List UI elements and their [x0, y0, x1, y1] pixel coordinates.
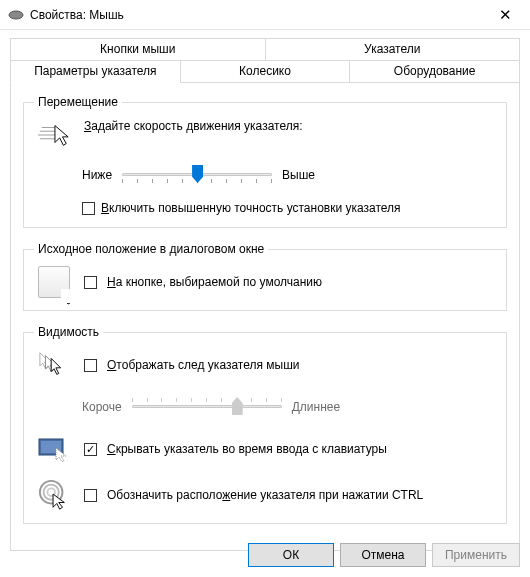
- speed-fast-label: Выше: [282, 168, 315, 182]
- trails-checkbox[interactable]: [84, 359, 97, 372]
- pointer-speed-slider[interactable]: [122, 163, 272, 187]
- enhance-precision-label: Включить повышенную точность установки у…: [101, 201, 401, 215]
- tab-pointer-options[interactable]: Параметры указателя: [10, 60, 181, 83]
- trails-short-label: Короче: [82, 400, 122, 414]
- enhance-precision-checkbox[interactable]: [82, 202, 95, 215]
- tab-hardware[interactable]: Оборудование: [350, 60, 520, 83]
- apply-button: Применить: [432, 543, 520, 567]
- pointer-speed-icon: [38, 119, 70, 151]
- tab-wheel[interactable]: Колесико: [181, 60, 351, 83]
- ctrl-locate-label: Обозначить расположение указателя при на…: [107, 488, 423, 502]
- trails-icon: [38, 349, 70, 381]
- trails-label: Отображать след указателя мыши: [107, 358, 300, 372]
- svg-point-0: [9, 11, 23, 19]
- hide-typing-label: Скрывать указатель во время ввода с клав…: [107, 442, 387, 456]
- ctrl-locate-checkbox[interactable]: [84, 489, 97, 502]
- group-motion-legend: Перемещение: [34, 95, 122, 109]
- hide-typing-icon: [38, 433, 70, 465]
- tab-panel: Перемещение Задайте скорость: [10, 82, 520, 551]
- group-motion: Перемещение Задайте скорость: [23, 95, 507, 228]
- speed-slow-label: Ниже: [82, 168, 112, 182]
- ok-button[interactable]: ОК: [248, 543, 334, 567]
- tab-buttons[interactable]: Кнопки мыши: [10, 38, 266, 60]
- snap-icon: [38, 266, 70, 298]
- snap-default-label: На кнопке, выбираемой по умолчанию: [107, 275, 322, 289]
- mouse-icon: [8, 7, 24, 23]
- group-snap: Исходное положение в диалоговом окне На …: [23, 242, 507, 311]
- close-button[interactable]: ✕: [483, 0, 528, 29]
- group-visibility: Видимость Отображать след указателя мыши…: [23, 325, 507, 524]
- tab-pointers[interactable]: Указатели: [266, 38, 521, 60]
- pointer-speed-label: Задайте скорость движения указателя:: [84, 119, 496, 133]
- snap-default-checkbox[interactable]: [84, 276, 97, 289]
- cancel-button[interactable]: Отмена: [340, 543, 426, 567]
- group-visibility-legend: Видимость: [34, 325, 103, 339]
- hide-typing-checkbox[interactable]: [84, 443, 97, 456]
- trails-long-label: Длиннее: [292, 400, 340, 414]
- group-snap-legend: Исходное положение в диалоговом окне: [34, 242, 268, 256]
- window-title: Свойства: Мышь: [30, 8, 483, 22]
- ctrl-locate-icon: [38, 479, 70, 511]
- trails-slider: [132, 395, 282, 419]
